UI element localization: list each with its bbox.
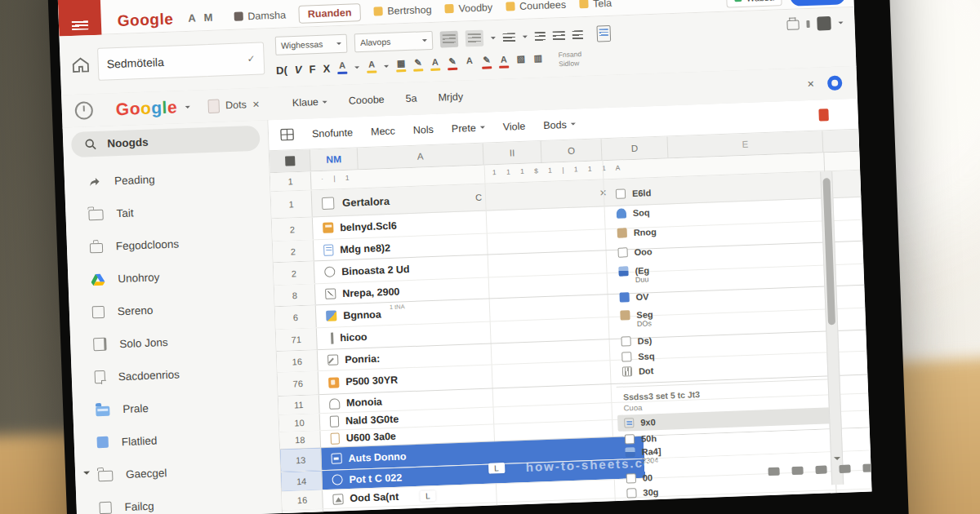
pattern-button[interactable]: ▥ [533, 54, 544, 67]
chevron-down-icon[interactable] [838, 21, 843, 26]
sidebar-collapse-caret[interactable] [83, 472, 90, 478]
row-number[interactable]: 2 [273, 240, 314, 262]
text-style-button[interactable]: A [430, 58, 441, 71]
row-number[interactable]: 76 [278, 371, 319, 396]
taskbar-icon[interactable] [862, 463, 871, 472]
chevron-down-icon[interactable] [354, 66, 359, 71]
list-item[interactable]: 60d [621, 507, 836, 514]
taskbar-icon[interactable] [839, 464, 850, 473]
row-number[interactable]: 18 [279, 431, 321, 449]
printer-icon[interactable] [786, 20, 799, 30]
taskbar-icon[interactable] [815, 466, 826, 475]
notification-icon[interactable] [818, 109, 829, 121]
header-tab-bertrshog[interactable]: Bertrshog [373, 3, 432, 17]
chevron-down-icon[interactable] [185, 105, 190, 110]
bold-button[interactable]: D( [276, 64, 287, 76]
row-number[interactable]: 2 [274, 261, 315, 285]
row-number[interactable]: 10 [279, 414, 321, 432]
home-icon[interactable] [71, 56, 90, 73]
paragraph-style-button-2[interactable] [466, 30, 484, 47]
row-number[interactable]: 16 [282, 490, 323, 510]
color-bar [413, 69, 423, 71]
sheet-menu-snofunte[interactable]: Snofunte [312, 126, 354, 140]
column-header-d[interactable]: D [602, 136, 669, 160]
row-number[interactable]: 6 [275, 305, 317, 329]
row-number[interactable]: 11 [278, 395, 320, 414]
row-number[interactable]: 8 [274, 284, 316, 306]
header-tab-ruanden[interactable]: Ruanden [299, 3, 361, 24]
sheet-menu-prete[interactable]: Prete [452, 122, 485, 134]
italic-button[interactable]: V [295, 63, 302, 75]
history-clock-icon[interactable] [74, 101, 93, 120]
column-header-ii[interactable]: II [483, 141, 542, 165]
document-tab[interactable]: Dots ✕ [208, 97, 261, 113]
header-tab-voodby[interactable]: Voodby [444, 2, 492, 15]
row-number[interactable]: 16 [277, 350, 318, 372]
align-center-button[interactable] [535, 31, 546, 40]
row-number[interactable]: 1 [271, 190, 313, 218]
header-tab-tela[interactable]: Tela [579, 0, 612, 10]
align-right-button[interactable] [553, 30, 565, 40]
avatar[interactable] [817, 16, 831, 31]
style-dropdown[interactable]: Alavops [354, 30, 434, 52]
sheet-menu-viole[interactable]: Viole [502, 120, 525, 132]
highlight-color-button[interactable]: A [367, 60, 377, 73]
marker-tool-button[interactable]: ✎ [448, 57, 458, 70]
taskbar-icon[interactable] [791, 467, 803, 476]
header-tab-label: Coundees [519, 0, 566, 11]
menu-cooobe[interactable]: Cooobe [349, 94, 385, 107]
sheet-menu-mecc[interactable]: Mecc [371, 125, 395, 137]
row-number[interactable]: 13 [280, 448, 322, 472]
format-button[interactable]: F [309, 63, 315, 75]
accent-color-button[interactable]: A [465, 56, 475, 69]
sheet-menu-bods[interactable]: Bods [543, 118, 576, 131]
taskbar-icon[interactable] [768, 467, 779, 476]
account-avatar-icon[interactable] [827, 76, 843, 91]
item-label: (Eg [635, 265, 649, 276]
menu-mrjdy[interactable]: Mrjdy [438, 91, 463, 104]
paragraph-style-button[interactable] [440, 31, 459, 48]
scrollbar-down-arrow[interactable] [834, 457, 840, 463]
align-left-button[interactable] [503, 33, 515, 42]
row-number[interactable]: 1 [270, 171, 312, 191]
row-number[interactable]: 14 [283, 509, 324, 514]
letter-red-button[interactable]: A [499, 55, 510, 68]
row-number[interactable]: 14 [281, 471, 323, 491]
pen-small-button[interactable]: ✎ [482, 55, 492, 69]
sheet-menu-nols[interactable]: Nols [413, 123, 434, 135]
row-number[interactable]: 2 [272, 217, 314, 241]
header-tab-coundees[interactable]: Coundees [506, 0, 566, 12]
menu-5a[interactable]: 5a [405, 93, 416, 105]
close-icon[interactable]: ✕ [252, 99, 261, 109]
fill-tool-button[interactable]: ▦ [396, 59, 407, 72]
screen: Google A M Damsha Ruanden Bertrshog Vood… [58, 0, 872, 514]
chevron-down-icon[interactable] [523, 35, 528, 40]
text-color-button[interactable]: A [337, 61, 348, 74]
column-header-o[interactable]: O [541, 139, 603, 162]
header-tab-damsha[interactable]: Damsha [234, 9, 286, 22]
menu-klaue[interactable]: Klaue [292, 96, 327, 109]
close-icon[interactable]: ✕ [807, 78, 815, 89]
chevron-down-icon[interactable] [384, 64, 389, 69]
shape-button[interactable]: ▧ [516, 55, 527, 68]
strikethrough-button[interactable]: X [323, 62, 330, 74]
file-icon [332, 494, 343, 504]
row-number[interactable]: 71 [276, 328, 318, 351]
file-icon [326, 310, 336, 321]
share-button[interactable]: Wabsa [725, 0, 782, 7]
justify-button[interactable] [572, 30, 583, 39]
hamburger-menu-button[interactable] [58, 0, 102, 36]
primary-action-button[interactable]: R [790, 0, 846, 7]
chevron-down-icon[interactable] [491, 37, 496, 42]
sidebar-item-label: Gaecgel [126, 467, 167, 481]
sidebar-search[interactable]: Noogds [71, 126, 261, 157]
checkbox[interactable] [322, 197, 335, 210]
pen-tool-button[interactable]: ✎ [413, 58, 424, 71]
share-icon [87, 175, 102, 188]
color-bar [337, 72, 347, 74]
column-header-nm[interactable]: NM [310, 148, 359, 171]
font-dropdown[interactable]: Wighessas [275, 33, 348, 55]
select-all-corner[interactable] [270, 149, 311, 172]
paste-format-icon[interactable] [596, 25, 611, 42]
document-name-field[interactable]: Sedmöteila ✓ [97, 42, 265, 80]
